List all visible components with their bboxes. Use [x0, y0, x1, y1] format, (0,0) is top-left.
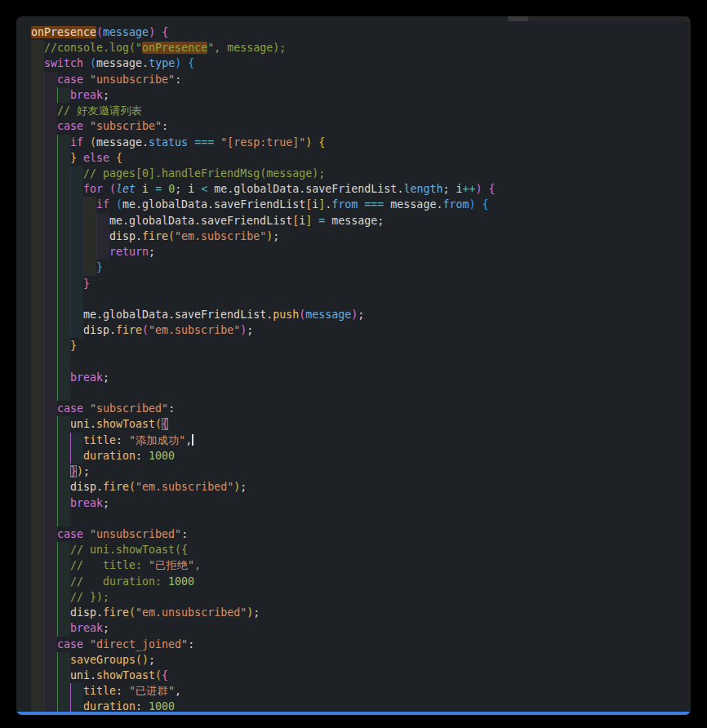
code-token: { [318, 136, 325, 149]
code-token: fire [142, 230, 168, 242]
indent-stripe [57, 291, 70, 307]
code-token: i [136, 183, 155, 195]
code-token: ( [90, 136, 96, 149]
code-token: return [109, 246, 149, 258]
code-line[interactable]: title: "添加成功", [31, 433, 691, 448]
code-line[interactable]: return; [31, 244, 691, 260]
code-token: ) [77, 465, 83, 477]
code-line[interactable]: }); [31, 464, 691, 479]
code-line[interactable] [31, 385, 691, 401]
code-line[interactable]: uni.showToast({ [31, 416, 691, 432]
code-line[interactable]: // }); [31, 589, 691, 605]
code-line[interactable]: // title: "已拒绝", [31, 557, 691, 573]
code-line[interactable]: disp.fire("em.subscribed"); [31, 479, 691, 495]
code-token [109, 198, 116, 211]
code-line[interactable]: case "subscribed": [31, 401, 691, 416]
code-token: "unsubscribed" [90, 528, 181, 540]
code-line[interactable]: disp.fire("em.subscribe"); [31, 229, 691, 244]
indent-guide [44, 354, 45, 370]
horizontal-scrollbar-track[interactable] [508, 16, 691, 21]
code-token: ( [109, 183, 116, 195]
code-line[interactable]: } else { [31, 150, 691, 166]
code-token: showToast [96, 669, 155, 681]
code-token: , [175, 685, 181, 697]
code-token: ( [129, 481, 136, 493]
code-line[interactable]: // uni.showToast({ [31, 542, 691, 557]
code-token: ; [103, 622, 109, 634]
code-token [482, 183, 489, 195]
code-line[interactable]: saveGroups(); [31, 652, 691, 668]
code-token: push [273, 309, 299, 321]
code-line[interactable]: } [31, 260, 691, 275]
code-line[interactable]: disp.fire("em.unsubscribed"); [31, 605, 691, 620]
code-token: // duration: [70, 575, 168, 588]
code-line[interactable]: if (message.status === "[resp:true]") { [31, 135, 691, 150]
code-token: ] [305, 215, 312, 227]
code-token: : [136, 450, 149, 462]
code-token: 1000 [168, 575, 194, 588]
code-line[interactable]: case "subscribe": [31, 118, 691, 134]
code-token: let [116, 183, 136, 195]
code-token: message; [325, 215, 384, 227]
code-line[interactable]: case "unsubscribe": [31, 72, 691, 87]
code-line[interactable] [31, 354, 691, 370]
code-token: status [149, 136, 188, 149]
code-line[interactable]: } [31, 338, 691, 353]
code-line[interactable]: break; [31, 495, 691, 511]
code-area[interactable]: onPresence(message) {//console.log("onPr… [31, 24, 691, 715]
code-line[interactable]: // duration: 1000 [31, 574, 691, 589]
code-line[interactable]: if (me.globalData.saveFriendList[i].from… [31, 197, 691, 212]
code-line[interactable]: duration: 1000 [31, 448, 691, 464]
code-token: message [305, 309, 351, 321]
code-line[interactable]: me.globalData.saveFriendList.push(messag… [31, 307, 691, 322]
code-token: : [116, 685, 129, 697]
code-token [155, 26, 162, 38]
code-token: "添加成功" [129, 434, 185, 446]
code-line[interactable]: break; [31, 87, 691, 103]
indent-stripe [70, 291, 83, 307]
indent-stripe [44, 511, 57, 526]
code-token: ( [96, 26, 103, 38]
code-line[interactable]: case "direct_joined": [31, 637, 691, 652]
code-line[interactable] [31, 511, 691, 526]
indent-stripe [44, 291, 57, 307]
code-line[interactable]: for (let i = 0; i < me.globalData.saveFr… [31, 181, 691, 197]
code-line[interactable]: break; [31, 620, 691, 636]
code-token: case [57, 73, 83, 86]
code-line[interactable] [31, 291, 691, 307]
code-line[interactable]: // pages[0].handleFriendMsg(message); [31, 166, 691, 181]
code-token: from [442, 198, 469, 211]
code-token: switch [44, 57, 83, 69]
code-token: , [185, 434, 192, 446]
indent-guide [44, 511, 45, 526]
code-line[interactable]: disp.fire("em.subscribe"); [31, 322, 691, 338]
code-token: ", message); [207, 42, 286, 54]
code-token [83, 136, 90, 149]
code-token: ) [175, 57, 181, 69]
code-line[interactable]: } [31, 276, 691, 291]
code-line[interactable]: onPresence(message) { [31, 24, 691, 40]
code-line[interactable]: switch (message.type) { [31, 55, 691, 71]
code-token: ) [240, 324, 247, 336]
code-token: disp. [70, 481, 103, 493]
code-token: from [331, 198, 358, 211]
code-line[interactable]: // 好友邀请列表 [31, 103, 691, 118]
code-line[interactable]: me.globalData.saveFriendList[i] = messag… [31, 213, 691, 229]
code-line[interactable]: break; [31, 370, 691, 385]
code-line[interactable]: //console.log("onPresence", message); [31, 40, 691, 55]
code-token: disp. [83, 324, 116, 336]
code-token: me.globalData.saveFriendList. [207, 183, 403, 195]
code-line[interactable]: case "unsubscribed": [31, 526, 691, 542]
code-token: me.globalData.saveFriendList [122, 198, 305, 211]
code-token: // title: [70, 559, 149, 571]
code-token: "subscribed" [90, 402, 168, 415]
code-token: duration [83, 450, 136, 462]
code-token: fire [116, 324, 142, 336]
code-line[interactable]: uni.showToast({ [31, 668, 691, 683]
text-cursor [192, 434, 193, 446]
code-line[interactable]: title: "已进群", [31, 683, 691, 699]
horizontal-scrollbar-thumb[interactable] [508, 16, 528, 21]
code-token: message [103, 26, 149, 38]
indent-guide [70, 291, 71, 307]
code-token: uni. [70, 669, 96, 681]
